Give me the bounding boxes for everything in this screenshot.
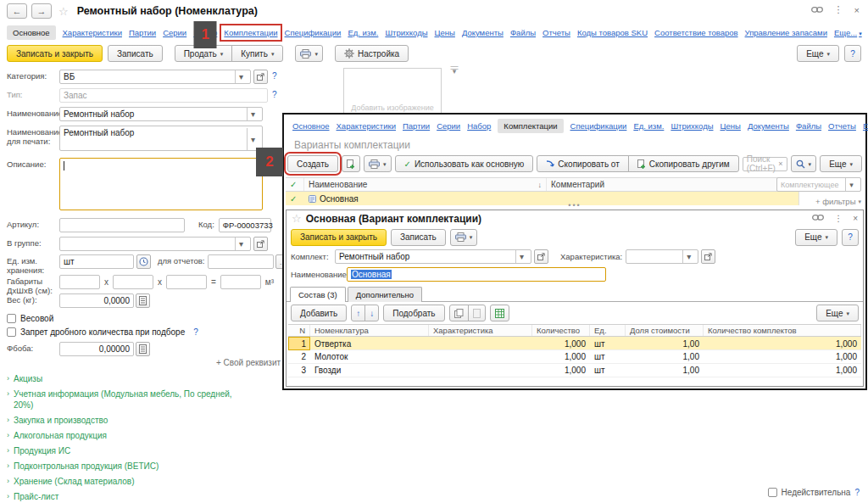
cell-unit[interactable]: шт xyxy=(590,339,626,349)
comment-column-header[interactable]: Комментарий xyxy=(547,178,798,191)
cell-n[interactable]: 2 xyxy=(288,352,310,361)
splitter-handle[interactable]: ••• xyxy=(284,203,865,208)
tab-otchety[interactable]: Отчеты xyxy=(542,28,570,37)
cell-kits[interactable]: 1,000 xyxy=(704,366,861,375)
ov-tab-otchety[interactable]: Отчеты xyxy=(828,121,856,131)
add-image-dropzone[interactable]: Добавить изображение xyxy=(343,68,442,115)
ov-tab-serii[interactable]: Серии xyxy=(437,121,460,131)
own-attribute-link[interactable]: + Свой реквизит xyxy=(216,358,281,367)
chevron-down-icon[interactable]: ▾ xyxy=(235,238,247,250)
tab-dopolnitelno[interactable]: Дополнительно xyxy=(348,287,422,302)
kit-field[interactable]: Ремонтный набор▾ xyxy=(335,249,531,264)
dimension-width-field[interactable] xyxy=(113,275,153,289)
create-button[interactable]: Создать xyxy=(287,155,338,172)
dimension-height-field[interactable] xyxy=(166,275,207,289)
more-button[interactable]: Еще▾ xyxy=(820,155,862,172)
section-prais-list[interactable]: ›Прайс-лист xyxy=(7,491,248,502)
cell-nomenclature[interactable]: Отвертка xyxy=(310,339,429,349)
close-icon[interactable]: × xyxy=(853,214,858,223)
move-up-button[interactable]: ↑ xyxy=(351,305,365,321)
cell-qty[interactable]: 1,000 xyxy=(532,352,590,361)
fboba-field[interactable]: 0,00000 xyxy=(59,342,134,356)
more-button[interactable]: Еще▾ xyxy=(795,229,837,246)
ov-tab-shtrikhkody[interactable]: Штрихкоды xyxy=(670,121,713,131)
tab-upravlenie-zapasami[interactable]: Управление запасами xyxy=(745,28,827,37)
pick-button[interactable]: Подобрать xyxy=(383,305,444,321)
cell-share[interactable]: 1,00 xyxy=(626,352,704,361)
section-produktsiya-is[interactable]: ›Продукция ИС xyxy=(7,445,248,456)
tab-partii[interactable]: Партии xyxy=(129,28,156,37)
help-button[interactable]: ? xyxy=(844,45,861,62)
chevron-down-icon[interactable]: ▾ xyxy=(515,250,527,263)
tab-spetsifikatsii[interactable]: Спецификации xyxy=(285,28,342,37)
back-button[interactable]: ← xyxy=(7,3,27,19)
section-alkogolnaya[interactable]: ›Алкогольная продукция xyxy=(7,430,248,441)
forward-button[interactable]: → xyxy=(31,3,52,19)
tab-osnovnoe[interactable]: Основное xyxy=(7,25,56,40)
search-button[interactable]: ▾ xyxy=(791,155,817,172)
print-name-field[interactable]: Ремонтный набор▾ xyxy=(59,126,263,151)
tab-tseny[interactable]: Цены xyxy=(435,28,455,37)
move-down-button[interactable]: ↓ xyxy=(364,305,379,321)
cell-unit[interactable]: шт xyxy=(590,366,626,375)
ov-tab-komplektatsii[interactable]: Комплектации xyxy=(498,119,563,133)
cell-qty[interactable]: 1,000 xyxy=(532,366,590,375)
fboba-calc-button[interactable] xyxy=(136,342,150,356)
section-uchetnaya-informatsiya[interactable]: ›Учетная информация (Модульная мебель, П… xyxy=(7,388,248,411)
print-button[interactable]: ▾ xyxy=(295,45,323,62)
add-button[interactable]: Добавить xyxy=(291,305,347,321)
cell-nomenclature[interactable]: Молоток xyxy=(310,352,429,361)
table-row[interactable]: 2 Молоток 1,000 шт 1,00 1,000 xyxy=(288,350,861,364)
help-link[interactable]: ? xyxy=(272,88,277,99)
ov-tab-osnovnoe[interactable]: Основное xyxy=(292,121,330,131)
weight-field[interactable]: 0,0000 xyxy=(59,293,134,308)
tab-ed-izm[interactable]: Ед. изм. xyxy=(348,28,378,37)
cell-n[interactable]: 3 xyxy=(288,366,310,375)
weight-calc-button[interactable] xyxy=(136,293,150,308)
tab-sostav[interactable]: Состав (3) xyxy=(290,287,346,302)
print-button[interactable]: ▾ xyxy=(364,155,392,172)
tab-more[interactable]: Еще...▾ xyxy=(834,28,862,37)
tab-serii[interactable]: Серии xyxy=(163,28,186,37)
table-row[interactable]: 3 Гвозди 1,000 шт 1,00 1,000 xyxy=(288,364,861,377)
chevron-down-icon[interactable]: ▾ xyxy=(845,178,857,191)
clear-search-icon[interactable]: × xyxy=(778,159,782,168)
tab-komplektatsii[interactable]: Комплектации xyxy=(224,28,277,37)
chevron-down-icon[interactable]: ▾ xyxy=(247,108,259,120)
section-zakupka[interactable]: ›Закупка и производство xyxy=(7,415,248,426)
save-close-button[interactable]: Записать и закрыть xyxy=(291,229,387,246)
col-kits[interactable]: Количество комплектов xyxy=(704,325,861,336)
help-link[interactable]: ? xyxy=(193,327,198,337)
ov-tab-partii[interactable]: Партии xyxy=(403,121,430,131)
col-nomenclature[interactable]: Номенклатура xyxy=(310,325,429,336)
col-unit[interactable]: Ед. xyxy=(590,325,626,336)
cell-nomenclature[interactable]: Гвозди xyxy=(310,366,429,375)
print-button[interactable]: ▾ xyxy=(450,229,478,246)
unit-field[interactable]: шт xyxy=(59,254,134,269)
ov-tab-nabor[interactable]: Набор xyxy=(467,121,491,131)
kebab-menu-icon[interactable]: ⋮ xyxy=(834,214,843,223)
ov-tab-spetsifikatsii[interactable]: Спецификации xyxy=(570,121,627,131)
tab-nabor[interactable]: Набор1 xyxy=(193,28,217,37)
main-flag-column[interactable]: ✓ xyxy=(286,178,304,191)
variant-name-field[interactable]: Основная xyxy=(347,267,606,282)
close-icon[interactable]: × xyxy=(854,5,860,15)
description-field[interactable] xyxy=(59,158,263,210)
section-khranenie[interactable]: ›Хранение (Склад материалов) xyxy=(7,476,248,487)
unit-reports-field[interactable] xyxy=(208,254,274,269)
more-button[interactable]: Еще▾ xyxy=(816,305,859,321)
invalid-checkbox[interactable] xyxy=(768,488,777,497)
search-input[interactable]: Поиск (Ctrl+F)× xyxy=(743,157,787,171)
group-open-button[interactable] xyxy=(253,237,268,251)
kebab-menu-icon[interactable]: ⋮ xyxy=(834,4,843,15)
section-podkontrolnaya[interactable]: ›Подконтрольная продукция (ВЕТИС) xyxy=(7,461,248,472)
tab-dokumenty[interactable]: Документы xyxy=(462,28,504,37)
tab-kody-tovarov-sku[interactable]: Коды товаров SKU xyxy=(577,28,648,37)
chevron-down-icon[interactable]: ▾ xyxy=(235,70,247,83)
tab-sootvetstvie-tovarov[interactable]: Соответствие товаров xyxy=(654,28,737,37)
section-aktsizy[interactable]: ›Акцизы xyxy=(7,373,248,384)
component-filter-input[interactable]: Комплектующее▾ xyxy=(776,177,861,192)
ov-tab-faily[interactable]: Файлы xyxy=(796,121,821,131)
tab-kharakteristiki[interactable]: Характеристики xyxy=(63,28,122,37)
copy-to-button[interactable]: Скопировать другим xyxy=(628,155,739,172)
